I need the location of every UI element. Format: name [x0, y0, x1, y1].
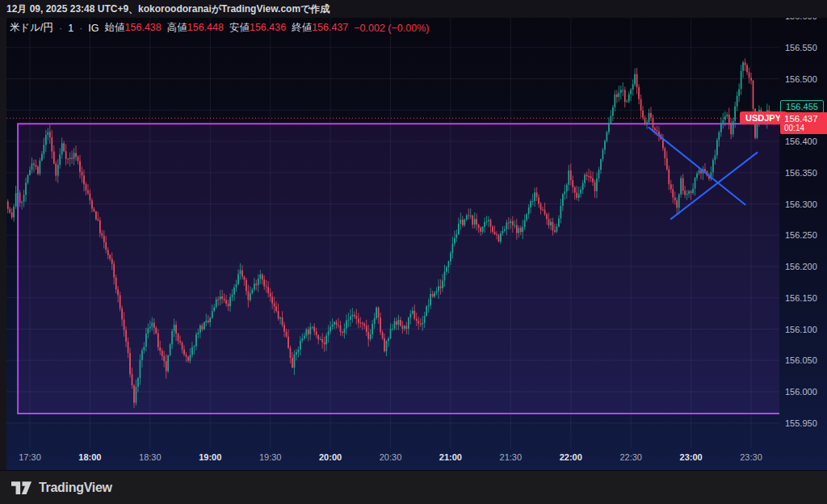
rectangle-drawing[interactable] — [18, 124, 783, 414]
left-gutter — [0, 18, 6, 470]
price-axis-label: 156.100 — [785, 325, 817, 334]
legend-high-value: 156.448 — [187, 22, 224, 33]
price-axis-label: 156.400 — [785, 136, 817, 146]
time-axis-label: 22:30 — [613, 452, 649, 462]
legend-high: 高値156.448 — [167, 21, 224, 35]
time-axis-label: 21:30 — [493, 452, 528, 462]
bottom-toolbar: TradingView — [0, 470, 827, 504]
price-axis-label: 156.000 — [785, 387, 817, 397]
legend-symbol[interactable]: 米ドル/円 — [10, 21, 53, 35]
time-axis-label: 20:00 — [313, 452, 348, 462]
time-axis-label: 17:30 — [12, 452, 48, 462]
time-axis-label: 18:30 — [132, 452, 168, 462]
price-axis-label: 156.300 — [785, 200, 817, 209]
bar-countdown: 00:14 — [784, 124, 827, 132]
chart-canvas[interactable] — [0, 0, 827, 470]
tradingview-logo-text: TradingView — [39, 481, 112, 495]
time-axis-label: 19:30 — [253, 452, 288, 462]
tradingview-logo[interactable]: TradingView — [11, 481, 112, 496]
legend-low-value: 156.436 — [250, 22, 286, 33]
time-axis-label: 21:00 — [433, 452, 468, 462]
legend-open: 始値156.438 — [105, 21, 162, 35]
price-axis-label: 155.950 — [785, 418, 817, 428]
time-axis-label: 20:30 — [373, 452, 409, 462]
ask-price-label: 156.455 — [780, 100, 824, 113]
snapshot-title: 12月 09, 2025 23:48 UTC+9、kokoroodoranaiが… — [0, 0, 827, 18]
time-axis-label: 19:00 — [192, 452, 228, 462]
legend-low: 安値156.436 — [229, 21, 286, 35]
last-price-value: 156.437 — [784, 114, 827, 124]
legend-provider[interactable]: IG — [88, 23, 99, 34]
snapshot-header: 12月 09, 2025 23:48 UTC+9、kokoroodoranaiが… — [0, 0, 827, 18]
legend-change: −0.002 (−0.00%) — [354, 23, 429, 34]
price-axis-label: 156.200 — [785, 262, 817, 271]
price-axis-label: 156.150 — [785, 293, 817, 303]
time-axis-label: 22:00 — [553, 452, 589, 462]
legend-separator: · — [79, 23, 82, 34]
legend-close: 終値156.437 — [292, 21, 348, 35]
legend-interval[interactable]: 1 — [68, 23, 73, 34]
tradingview-logo-icon — [11, 481, 32, 496]
legend-separator: · — [59, 23, 62, 34]
chart-legend[interactable]: 米ドル/円 · 1 · IG 始値156.438 高値156.448 安値156… — [10, 21, 429, 35]
legend-close-value: 156.437 — [312, 22, 348, 33]
time-axis-label: 23:00 — [674, 452, 709, 462]
price-axis-label: 156.550 — [785, 43, 817, 52]
price-axis-label: 156.250 — [785, 230, 817, 240]
price-axis-label: 156.350 — [785, 168, 817, 178]
legend-open-value: 156.438 — [125, 22, 162, 33]
time-axis-label: 23:30 — [733, 452, 769, 462]
price-axis-label: 156.500 — [785, 74, 817, 84]
price-axis-label: 156.050 — [785, 355, 817, 365]
tradingview-snapshot: 12月 09, 2025 23:48 UTC+9、kokoroodoranaiが… — [0, 0, 827, 504]
time-axis-label: 18:00 — [72, 452, 107, 462]
last-price-label: 156.437 00:14 — [780, 112, 827, 134]
